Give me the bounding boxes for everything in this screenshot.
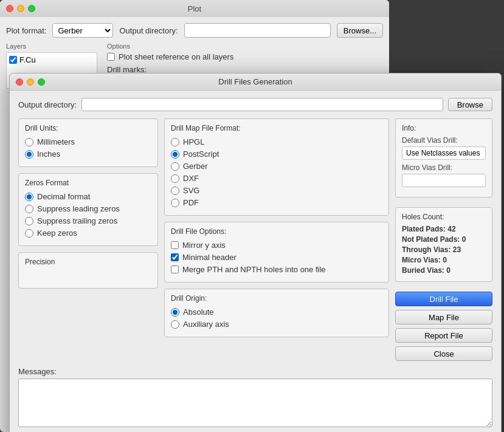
- default-vias-label: Default Vias Drill:: [402, 136, 486, 145]
- absolute-label: Absolute: [183, 307, 214, 317]
- auxiliary-item: Auxiliary axis: [171, 320, 382, 329]
- auxiliary-radio[interactable]: [171, 320, 179, 329]
- messages-textarea[interactable]: [18, 379, 492, 427]
- suppress-leading-radio[interactable]: [25, 205, 33, 213]
- precision-label: Precision: [25, 258, 151, 266]
- absolute-radio[interactable]: [171, 308, 179, 317]
- merge-pth-label: Merge PTH and NPTH holes into one file: [182, 265, 326, 274]
- svg-radio[interactable]: [171, 187, 179, 195]
- drill-file-options-label: Drill File Options:: [171, 227, 382, 236]
- absolute-item: Absolute: [171, 307, 382, 317]
- zeros-format-label: Zeros Format: [25, 179, 151, 187]
- keep-zeros-label: Keep zeros: [37, 228, 77, 238]
- minimal-header-item: Minimal header: [171, 253, 382, 262]
- decimal-format-item: Decimal format: [25, 192, 151, 201]
- suppress-trailing-radio[interactable]: [25, 217, 33, 225]
- precision-group: Precision: [18, 252, 158, 289]
- drill-units-group: Drill Units: Millimeters Inches: [18, 118, 158, 167]
- drill-origin-group: Drill Origin: Absolute Auxiliary axis: [164, 289, 389, 337]
- drill-file-button[interactable]: Drill File: [395, 292, 492, 306]
- inches-radio-item: Inches: [25, 149, 151, 159]
- plated-pads-value: Plated Pads: 42: [402, 225, 486, 233]
- through-vias-value: Through Vias: 23: [402, 245, 486, 254]
- gerber-label: Gerber: [183, 162, 207, 171]
- messages-label: Messages:: [18, 367, 492, 376]
- drill-map-label: Drill Map File Format:: [171, 124, 382, 132]
- drill-origin-label: Drill Origin:: [171, 294, 382, 303]
- decimal-format-radio[interactable]: [25, 193, 33, 201]
- plot-format-select[interactable]: Gerber: [52, 23, 113, 38]
- drill-title: Drill Files Generation: [218, 77, 292, 86]
- map-file-button[interactable]: Map File: [395, 310, 492, 324]
- minimal-header-label: Minimal header: [182, 253, 236, 262]
- inches-radio[interactable]: [25, 150, 33, 159]
- plot-sheet-ref-checkbox[interactable]: [107, 53, 115, 61]
- suppress-leading-label: Suppress leading zeros: [37, 204, 120, 213]
- info-label: Info:: [402, 124, 486, 132]
- minimize-icon[interactable]: [17, 5, 24, 12]
- plot-titlebar: Plot: [0, 0, 389, 17]
- dxf-radio[interactable]: [171, 174, 179, 183]
- report-file-button[interactable]: Report File: [395, 328, 492, 343]
- inches-label: Inches: [37, 149, 60, 159]
- drill-maximize-icon[interactable]: [38, 78, 45, 86]
- merge-pth-checkbox[interactable]: [171, 266, 179, 273]
- not-plated-pads-value: Not Plated Pads: 0: [402, 235, 486, 244]
- svg-label: SVG: [183, 186, 199, 195]
- close-right-button[interactable]: Close: [395, 346, 492, 361]
- mirror-y-label: Mirror y axis: [182, 241, 226, 250]
- pdf-radio[interactable]: [171, 199, 179, 207]
- hpgl-item: HPGL: [171, 137, 382, 146]
- drill-units-label: Drill Units:: [25, 124, 151, 132]
- plot-output-label: Output directory:: [119, 26, 178, 35]
- layer-fcu-item: F.Cu: [9, 55, 94, 64]
- holes-count-label: Holes Count:: [402, 213, 486, 221]
- hpgl-label: HPGL: [183, 137, 204, 146]
- micro-vias-value: Micro Vias: 0: [402, 256, 486, 264]
- postscript-label: PostScript: [183, 149, 219, 159]
- maximize-icon[interactable]: [28, 5, 35, 12]
- millimeters-label: Millimeters: [37, 137, 75, 146]
- holes-count-box: Holes Count: Plated Pads: 42 Not Plated …: [395, 207, 492, 282]
- use-netclasses-value: Use Netclasses values: [402, 146, 486, 160]
- layers-label: Layers: [6, 43, 97, 50]
- zeros-format-group: Zeros Format Decimal format Suppress lea…: [18, 173, 158, 246]
- layer-fcu-label: F.Cu: [19, 55, 36, 64]
- suppress-trailing-label: Suppress trailing zeros: [37, 216, 117, 225]
- plot-sheet-ref-label: Plot sheet reference on all layers: [119, 52, 233, 61]
- plot-output-input[interactable]: [184, 23, 331, 38]
- minimal-header-checkbox[interactable]: [171, 253, 179, 261]
- micro-vias-value-box: [402, 174, 486, 187]
- mirror-y-checkbox[interactable]: [171, 241, 179, 249]
- mirror-y-item: Mirror y axis: [171, 241, 382, 250]
- merge-pth-item: Merge PTH and NPTH holes into one file: [171, 265, 382, 274]
- suppress-trailing-item: Suppress trailing zeros: [25, 216, 151, 225]
- layer-fcu-checkbox[interactable]: [9, 56, 17, 64]
- output-dir-input[interactable]: [81, 98, 443, 111]
- hpgl-radio[interactable]: [171, 138, 179, 146]
- pdf-item: PDF: [171, 198, 382, 207]
- svg-item: SVG: [171, 186, 382, 195]
- dxf-item: DXF: [171, 174, 382, 183]
- drill-titlebar: Drill Files Generation: [10, 74, 501, 91]
- drill-minimize-icon[interactable]: [27, 78, 34, 86]
- info-box: Info: Default Vias Drill: Use Netclasses…: [395, 118, 492, 197]
- postscript-radio[interactable]: [171, 150, 179, 159]
- decimal-format-label: Decimal format: [37, 192, 90, 201]
- millimeters-radio[interactable]: [25, 138, 33, 146]
- options-label: Options: [107, 43, 383, 50]
- close-icon[interactable]: [6, 5, 13, 12]
- plot-browse-button[interactable]: Browse...: [337, 23, 383, 38]
- gerber-item: Gerber: [171, 162, 382, 171]
- messages-section: Messages:: [18, 367, 492, 429]
- keep-zeros-item: Keep zeros: [25, 228, 151, 238]
- drill-map-group: Drill Map File Format: HPGL PostScript G…: [164, 118, 389, 216]
- gerber-radio[interactable]: [171, 162, 179, 171]
- drill-dialog: Drill Files Generation Output directory:…: [9, 73, 502, 432]
- pdf-label: PDF: [183, 198, 199, 207]
- auxiliary-label: Auxiliary axis: [183, 320, 229, 329]
- drill-close-icon[interactable]: [16, 78, 23, 86]
- keep-zeros-radio[interactable]: [25, 229, 33, 238]
- drill-file-options-group: Drill File Options: Mirror y axis Minima…: [164, 222, 389, 283]
- browse-button[interactable]: Browse: [448, 98, 492, 111]
